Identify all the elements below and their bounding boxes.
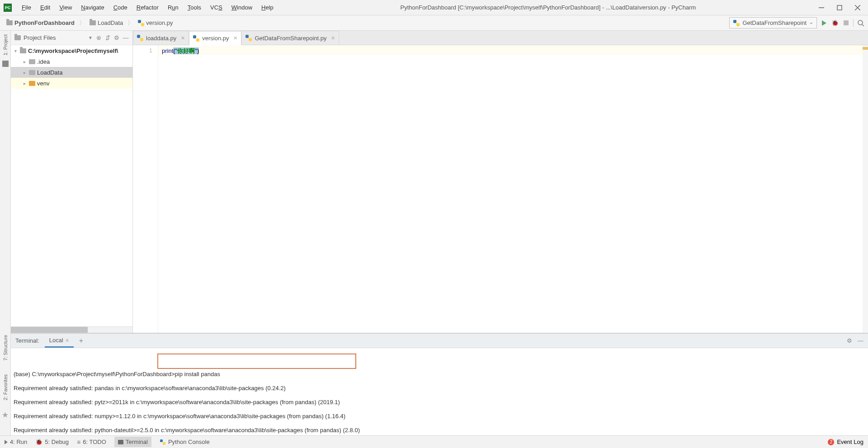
menu-vcs[interactable]: VCS bbox=[206, 2, 227, 13]
status-todo-button[interactable]: ≡6: TODO bbox=[77, 439, 106, 446]
breadcrumb-root[interactable]: PythonForDashboard bbox=[4, 19, 77, 27]
bug-icon: 🐞 bbox=[831, 19, 839, 26]
menu-help[interactable]: Help bbox=[257, 2, 278, 13]
python-icon bbox=[138, 20, 144, 26]
hide-icon[interactable]: — bbox=[123, 35, 129, 41]
structure-tool-button[interactable]: 7: Structure bbox=[3, 333, 8, 363]
hide-icon[interactable]: — bbox=[858, 337, 863, 344]
add-terminal-button[interactable]: + bbox=[79, 337, 83, 345]
main-area: 1: Project 7: Structure 2: Favorites Pro… bbox=[0, 31, 868, 435]
editor-tab-loaddata[interactable]: loaddata.py✕ bbox=[133, 31, 189, 45]
terminal-line: Requirement already satisfied: pandas in… bbox=[14, 385, 868, 391]
menu-bar: File Edit View Navigate Code Refactor Ru… bbox=[17, 2, 278, 13]
target-icon[interactable]: ⊕ bbox=[95, 35, 102, 41]
run-configuration-select[interactable]: GetDataFromSharepoint bbox=[729, 17, 817, 29]
highlight-box bbox=[157, 354, 356, 369]
folder-icon bbox=[29, 70, 35, 75]
menu-edit[interactable]: Edit bbox=[36, 2, 55, 13]
debug-button[interactable]: 🐞 bbox=[831, 19, 839, 27]
menu-navigate[interactable]: Navigate bbox=[76, 2, 108, 13]
close-icon[interactable]: ✕ bbox=[65, 338, 69, 343]
terminal-tab-local[interactable]: Local✕ bbox=[45, 334, 74, 348]
svg-point-5 bbox=[858, 20, 863, 25]
gear-icon[interactable]: ⚙ bbox=[847, 337, 852, 344]
stop-button[interactable] bbox=[842, 19, 849, 27]
breadcrumb-folder[interactable]: LoadData bbox=[87, 19, 126, 27]
close-icon[interactable]: ✕ bbox=[331, 35, 335, 41]
terminal-body[interactable]: (base) C:\myworkspace\Project\myself\Pyt… bbox=[11, 348, 868, 435]
menu-view[interactable]: View bbox=[55, 2, 76, 13]
terminal-header-right: ⚙ — bbox=[847, 337, 863, 344]
collapse-icon[interactable]: ⇵ bbox=[104, 35, 111, 41]
chevron-right-icon[interactable]: ▸ bbox=[22, 59, 27, 64]
minimize-icon[interactable] bbox=[818, 5, 825, 11]
chevron-down-icon[interactable]: ▾ bbox=[13, 48, 18, 53]
terminal-title: Terminal: bbox=[15, 337, 39, 344]
menu-refactor[interactable]: Refactor bbox=[132, 2, 163, 13]
window-controls bbox=[818, 5, 864, 11]
menu-window[interactable]: Window bbox=[227, 2, 257, 13]
editor-body[interactable]: 1 print("你好啊") bbox=[133, 45, 868, 333]
center-column: Project Files ▼ ⊕ ⇵ ⚙ — ▾ C:\myworkspace… bbox=[11, 31, 868, 435]
folder-icon bbox=[29, 81, 35, 86]
svg-rect-1 bbox=[837, 5, 842, 10]
event-log-button[interactable]: Event Log bbox=[837, 439, 863, 445]
search-button[interactable] bbox=[857, 19, 864, 27]
menu-run[interactable]: Run bbox=[163, 2, 183, 13]
menu-code[interactable]: Code bbox=[109, 2, 132, 13]
python-icon bbox=[733, 20, 740, 26]
chevron-right-icon[interactable]: ▸ bbox=[22, 81, 27, 86]
svg-line-6 bbox=[862, 24, 864, 26]
editor-tab-version[interactable]: version.py✕ bbox=[189, 31, 241, 45]
project-tool-button[interactable]: 1: Project bbox=[3, 33, 8, 57]
status-terminal-button[interactable]: Terminal bbox=[114, 437, 151, 447]
line-gutter: 1 bbox=[133, 45, 158, 333]
project-tree[interactable]: ▾ C:\myworkspace\Project\myself\ ▸ .idea… bbox=[11, 45, 132, 326]
gear-icon[interactable]: ⚙ bbox=[113, 35, 120, 41]
play-icon bbox=[5, 440, 8, 444]
editor-tab-strip: loaddata.py✕ version.py✕ GetDataFromShar… bbox=[133, 31, 868, 45]
tree-item-loaddata[interactable]: ▸ LoadData bbox=[11, 67, 132, 78]
chevron-right-icon: 〉 bbox=[127, 19, 133, 27]
star-icon[interactable] bbox=[2, 412, 9, 418]
editor-marks-gutter[interactable] bbox=[863, 45, 868, 333]
breadcrumb-file[interactable]: version.py bbox=[135, 19, 175, 27]
terminal-icon bbox=[118, 440, 123, 444]
chevron-right-icon: 〉 bbox=[79, 19, 85, 27]
menu-tools[interactable]: Tools bbox=[183, 2, 206, 13]
chevron-down-icon[interactable]: ▼ bbox=[88, 35, 93, 40]
toolbar-right: GetDataFromSharepoint 🐞 bbox=[729, 17, 864, 29]
folder-icon bbox=[90, 20, 96, 25]
project-header: Project Files ▼ ⊕ ⇵ ⚙ — bbox=[11, 31, 132, 45]
tree-root[interactable]: ▾ C:\myworkspace\Project\myself\ bbox=[11, 45, 132, 56]
chevron-right-icon[interactable]: ▸ bbox=[22, 70, 27, 75]
stop-icon bbox=[844, 20, 849, 25]
close-icon[interactable] bbox=[854, 5, 861, 11]
tool-icon[interactable] bbox=[2, 61, 9, 67]
tree-item-venv[interactable]: ▸ venv bbox=[11, 78, 132, 89]
close-icon[interactable]: ✕ bbox=[233, 35, 237, 41]
close-icon[interactable]: ✕ bbox=[181, 35, 185, 41]
folder-icon bbox=[29, 59, 35, 64]
left-tool-strip: 1: Project 7: Structure 2: Favorites bbox=[0, 31, 11, 435]
tree-item-idea[interactable]: ▸ .idea bbox=[11, 56, 132, 67]
project-header-title[interactable]: Project Files bbox=[24, 34, 85, 41]
python-icon bbox=[193, 35, 199, 42]
status-pyconsole-button[interactable]: Python Console bbox=[160, 439, 210, 445]
error-badge[interactable]: 2 bbox=[828, 439, 834, 445]
terminal-panel: Terminal: Local✕ + ⚙ — (base) C:\myworks… bbox=[11, 333, 868, 435]
editor-tab-getdata[interactable]: GetDataFromSharepoint.py✕ bbox=[241, 31, 339, 45]
editor-panel: loaddata.py✕ version.py✕ GetDataFromShar… bbox=[133, 31, 868, 333]
status-debug-button[interactable]: 🐞5: Debug bbox=[35, 439, 69, 445]
status-run-button[interactable]: 4: Run bbox=[5, 439, 27, 445]
menu-file[interactable]: File bbox=[17, 2, 36, 13]
favorites-tool-button[interactable]: 2: Favorites bbox=[3, 373, 8, 402]
horizontal-scrollbar[interactable] bbox=[11, 326, 132, 333]
code-area[interactable]: print("你好啊") bbox=[158, 45, 863, 333]
terminal-line: (base) C:\myworkspace\Project\myself\Pyt… bbox=[14, 371, 868, 377]
pycharm-icon: PC bbox=[4, 4, 12, 12]
title-bar: PC File Edit View Navigate Code Refactor… bbox=[0, 0, 868, 15]
python-icon bbox=[245, 35, 252, 41]
run-button[interactable] bbox=[821, 19, 828, 27]
maximize-icon[interactable] bbox=[836, 5, 843, 11]
